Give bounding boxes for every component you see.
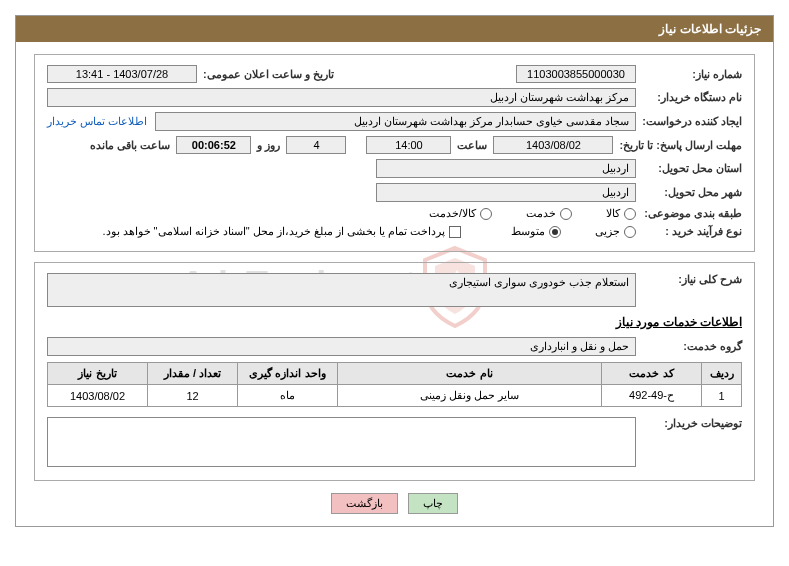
- th-name: نام خدمت: [338, 363, 602, 385]
- radio-kala-label: کالا: [606, 207, 620, 220]
- need-desc-label: شرح کلی نیاز:: [642, 273, 742, 286]
- radio-icon: [624, 226, 636, 238]
- need-no-label: شماره نیاز:: [642, 68, 742, 81]
- radio-icon: [624, 208, 636, 220]
- buyer-org-value: مرکز بهداشت شهرستان اردبیل: [47, 88, 636, 107]
- requester-label: ایجاد کننده درخواست:: [642, 115, 742, 128]
- radio-icon: [480, 208, 492, 220]
- remaining-timer: 00:06:52: [176, 136, 251, 154]
- buyer-notes-label: توضیحات خریدار:: [642, 417, 742, 430]
- services-table: ردیف کد خدمت نام خدمت واحد اندازه گیری ت…: [47, 362, 742, 407]
- need-no-value: 1103003855000030: [516, 65, 636, 83]
- panel-title: جزئیات اطلاعات نیاز: [16, 16, 773, 42]
- days-and-label: روز و: [257, 139, 280, 152]
- cell-row: 1: [702, 385, 742, 407]
- purchase-type-group: جزیی متوسط: [481, 225, 636, 238]
- print-button[interactable]: چاپ: [408, 493, 458, 514]
- th-row: ردیف: [702, 363, 742, 385]
- need-desc-value: استعلام جذب خودوری سواری استیجاری: [47, 273, 636, 307]
- radio-kala[interactable]: کالا: [606, 207, 636, 220]
- treasury-checkbox-label: پرداخت تمام یا بخشی از مبلغ خرید،از محل …: [102, 225, 445, 238]
- cell-unit: ماه: [238, 385, 338, 407]
- radio-motavaset-label: متوسط: [511, 225, 545, 238]
- province-value: اردبیل: [376, 159, 636, 178]
- radio-icon: [549, 226, 561, 238]
- cell-name: سایر حمل ونقل زمینی: [338, 385, 602, 407]
- main-info-block: شماره نیاز: 1103003855000030 تاریخ و ساع…: [34, 54, 755, 252]
- radio-jozei-label: جزیی: [595, 225, 620, 238]
- deadline-label: مهلت ارسال پاسخ: تا تاریخ:: [619, 139, 742, 152]
- cell-date: 1403/08/02: [48, 385, 148, 407]
- remaining-label: ساعت باقی مانده: [90, 139, 170, 152]
- radio-khedmat-label: خدمت: [526, 207, 556, 220]
- button-bar: چاپ بازگشت: [34, 493, 755, 514]
- announce-value: 1403/07/28 - 13:41: [47, 65, 197, 83]
- table-row: 1 ح-49-492 سایر حمل ونقل زمینی ماه 12 14…: [48, 385, 742, 407]
- subject-cat-label: طبقه بندی موضوعی:: [642, 207, 742, 220]
- radio-khedmat[interactable]: خدمت: [526, 207, 572, 220]
- radio-motavaset[interactable]: متوسط: [511, 225, 561, 238]
- details-panel: جزئیات اطلاعات نیاز شماره نیاز: 11030038…: [15, 15, 774, 527]
- treasury-checkbox[interactable]: پرداخت تمام یا بخشی از مبلغ خرید،از محل …: [102, 225, 461, 238]
- contact-link[interactable]: اطلاعات تماس خریدار: [47, 115, 147, 128]
- buyer-org-label: نام دستگاه خریدار:: [642, 91, 742, 104]
- checkbox-icon: [449, 226, 461, 238]
- buyer-notes-box: [47, 417, 636, 467]
- remaining-days: 4: [286, 136, 346, 154]
- deadline-date: 1403/08/02: [493, 136, 613, 154]
- cell-code: ح-49-492: [602, 385, 702, 407]
- cell-qty: 12: [148, 385, 238, 407]
- th-qty: تعداد / مقدار: [148, 363, 238, 385]
- announce-label: تاریخ و ساعت اعلان عمومی:: [203, 68, 334, 81]
- city-label: شهر محل تحویل:: [642, 186, 742, 199]
- time-label: ساعت: [457, 139, 487, 152]
- province-label: استان محل تحویل:: [642, 162, 742, 175]
- service-group-value: حمل و نقل و انبارداری: [47, 337, 636, 356]
- service-info-header: اطلاعات خدمات مورد نیاز: [47, 315, 742, 329]
- subject-cat-group: کالا خدمت کالا/خدمت: [399, 207, 636, 220]
- th-unit: واحد اندازه گیری: [238, 363, 338, 385]
- service-group-label: گروه خدمت:: [642, 340, 742, 353]
- requester-value: سجاد مقدسی خیاوی حسابدار مرکز بهداشت شهر…: [155, 112, 636, 131]
- radio-kala-khedmat-label: کالا/خدمت: [429, 207, 476, 220]
- deadline-time: 14:00: [366, 136, 451, 154]
- radio-icon: [560, 208, 572, 220]
- th-code: کد خدمت: [602, 363, 702, 385]
- radio-jozei[interactable]: جزیی: [595, 225, 636, 238]
- back-button[interactable]: بازگشت: [331, 493, 398, 514]
- city-value: اردبیل: [376, 183, 636, 202]
- description-block: شرح کلی نیاز: استعلام جذب خودوری سواری ا…: [34, 262, 755, 481]
- th-date: تاریخ نیاز: [48, 363, 148, 385]
- radio-kala-khedmat[interactable]: کالا/خدمت: [429, 207, 492, 220]
- purchase-type-label: نوع فرآیند خرید :: [642, 225, 742, 238]
